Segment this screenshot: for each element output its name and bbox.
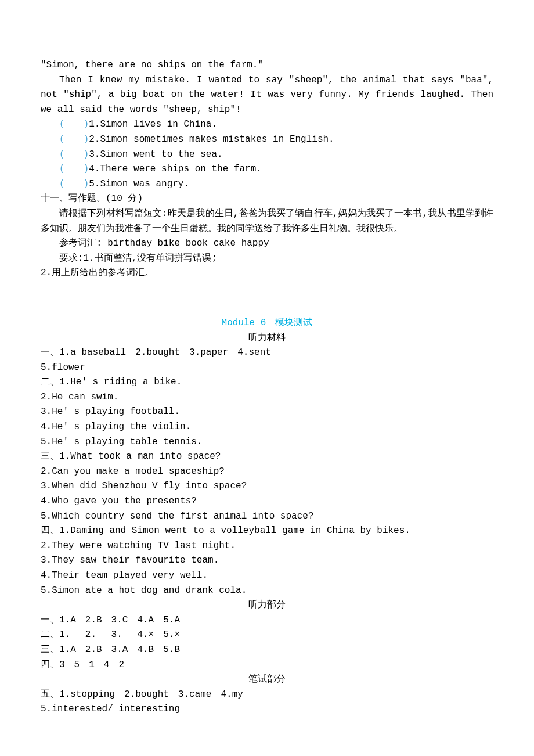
ans-s3-l1: 5.interested/ interesting (41, 702, 493, 717)
paren-open-icon: ( (59, 119, 65, 129)
paren-close-icon: ) (84, 134, 89, 145)
ans-s2-l3: 四、3 5 1 4 2 (41, 658, 493, 673)
ans-s1-l14: 3.They saw their favourite team. (41, 553, 493, 568)
section-11-heading: 十一、写作题。(10 分) (41, 192, 493, 207)
paren-open-icon: ( (59, 134, 65, 145)
answer-sub3: 笔试部分 (41, 672, 493, 687)
ans-s2-l2: 三、1.A 2.B 3.A 4.B 5.B (41, 643, 493, 658)
ans-s1-l15: 4.Their team played very well. (41, 568, 493, 584)
tf-q2: ( )2.Simon sometimes makes mistakes in E… (41, 132, 493, 147)
true-false-block: ( )1.Simon lives in China. ( )2.Simon so… (41, 117, 493, 192)
ans-s1-l16: 5.Simon ate a hot dog and drank cola. (41, 584, 493, 599)
answer-sub1: 听力材料 (41, 331, 493, 346)
paren-open-icon: ( (59, 164, 65, 174)
tf-q5: ( )5.Simon was angry. (41, 177, 493, 192)
paren-close-icon: ) (84, 179, 89, 189)
paren-close-icon: ) (84, 119, 89, 129)
ans-s1-l4: 3.He' s playing football. (41, 405, 493, 420)
written-answer-block: 五、1.stopping 2.bought 3.came 4.my 5.inte… (41, 687, 493, 717)
ans-s1-l3: 2.He can swim. (41, 390, 493, 405)
paren-open-icon: ( (59, 179, 65, 189)
ans-s1-l7: 三、1.What took a man into space? (41, 449, 493, 465)
ans-s1-l11: 5.Which country send the first animal in… (41, 509, 493, 524)
tf-q4-text: 4.There were ships on the farm. (89, 164, 262, 174)
writing-prompt: 请根据下列材料写篇短文:昨天是我的生日,爸爸为我买了辆自行车,妈妈为我买了一本书… (41, 207, 493, 236)
ans-s1-l10: 4.Who gave you the presents? (41, 494, 493, 509)
tf-q4: ( )4.There were ships on the farm. (41, 162, 493, 177)
passage-line-1: "Simon, there are no ships on the farm." (41, 58, 493, 73)
ans-s1-l5: 4.He' s playing the violin. (41, 420, 493, 435)
tf-q5-text: 5.Simon was angry. (89, 179, 189, 189)
ans-s1-l9: 3.When did Shenzhou V fly into space? (41, 479, 493, 494)
listening-material-block: 一、1.a baseball 2.bought 3.paper 4.sent 5… (41, 345, 493, 598)
passage-line-2: Then I knew my mistake. I wanted to say … (41, 73, 493, 118)
req-line-1: 要求:1.书面整洁,没有单词拼写错误; (41, 251, 493, 267)
paren-close-icon: ) (84, 164, 89, 174)
ans-s1-l0: 一、1.a baseball 2.bought 3.paper 4.sent (41, 345, 493, 361)
ans-s1-l2: 二、1.He' s riding a bike. (41, 375, 493, 390)
ans-s1-l12: 四、1.Daming and Simon went to a volleybal… (41, 524, 493, 539)
req-line-2: 2.用上所给出的参考词汇。 (41, 266, 493, 281)
ans-s1-l8: 2.Can you make a model spaceship? (41, 465, 493, 480)
answer-sub2: 听力部分 (41, 598, 493, 613)
ans-s2-l1: 二、1. 2. 3. 4.× 5.× (41, 628, 493, 643)
page: "Simon, there are no ships on the farm."… (0, 0, 534, 752)
tf-q3: ( )3.Simon went to the sea. (41, 147, 493, 163)
vocab-line: 参考词汇: birthday bike book cake happy (41, 236, 493, 251)
ans-s2-l0: 一、1.A 2.B 3.C 4.A 5.A (41, 613, 493, 628)
ans-s1-l6: 5.He' s playing table tennis. (41, 435, 493, 450)
tf-q2-text: 2.Simon sometimes makes mistakes in Engl… (89, 134, 334, 145)
tf-q1-text: 1.Simon lives in China. (89, 119, 217, 129)
ans-s3-l0: 五、1.stopping 2.bought 3.came 4.my (41, 687, 493, 703)
answer-title: Module 6 模块测试 (41, 316, 493, 331)
ans-s1-l13: 2.They were watching TV last night. (41, 539, 493, 554)
tf-q1: ( )1.Simon lives in China. (41, 117, 493, 132)
ans-s1-l1: 5.flower (41, 361, 493, 376)
listening-answer-block: 一、1.A 2.B 3.C 4.A 5.A 二、1. 2. 3. 4.× 5.×… (41, 613, 493, 672)
paren-close-icon: ) (84, 149, 89, 160)
tf-q3-text: 3.Simon went to the sea. (89, 149, 222, 160)
paren-open-icon: ( (59, 149, 65, 160)
